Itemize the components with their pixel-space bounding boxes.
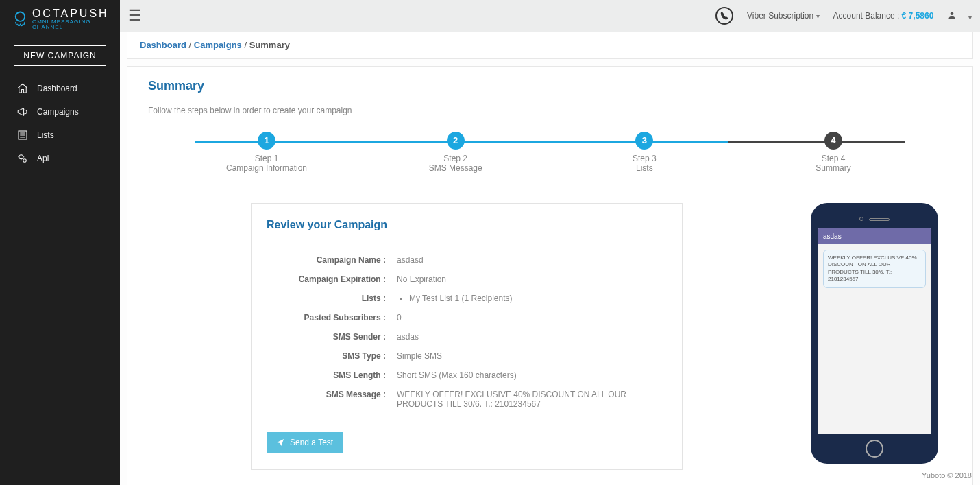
sidebar-item-dashboard[interactable]: Dashboard — [0, 77, 120, 100]
phone-sender: asdas — [818, 228, 931, 244]
sidebar-item-api[interactable]: Api — [0, 147, 120, 170]
row-pasted: Pasted Subscribers : 0 — [267, 313, 667, 322]
svg-point-2 — [19, 155, 23, 159]
balance-value: € 7,5860 — [902, 11, 934, 21]
summary-panel: Summary Follow the steps below in order … — [127, 66, 973, 485]
user-icon — [947, 10, 957, 20]
breadcrumb-dashboard[interactable]: Dashboard — [140, 40, 186, 50]
octapush-icon — [12, 9, 28, 29]
content: Dashboard / Campaigns / Summary Summary … — [120, 32, 980, 485]
footer-copyright: Yuboto © 2018 — [922, 471, 972, 480]
viber-subscription-dropdown[interactable]: Viber Subscription ▾ — [747, 11, 820, 21]
row-message: SMS Message : WEEKLY OFFER! EXCLUSIVE 40… — [267, 390, 667, 409]
review-card: Review your Campaign Campaign Name : asd… — [251, 203, 683, 470]
chevron-down-icon: ▾ — [816, 12, 820, 20]
home-icon — [16, 82, 29, 95]
phone-message: WEEKLY OFFER! EXCLUSIVE 40% DISCOUNT ON … — [823, 250, 926, 288]
svg-point-3 — [23, 159, 27, 163]
sidebar-item-label: Dashboard — [37, 84, 77, 93]
brand-tagline: OMNI MESSAGING CHANNEL — [32, 19, 113, 30]
sidebar-item-label: Campaigns — [37, 107, 79, 117]
svg-point-0 — [16, 12, 25, 21]
step-3[interactable]: 3 Step 3 Lists — [550, 132, 739, 173]
row-campaign-name: Campaign Name : asdasd — [267, 255, 667, 265]
breadcrumb-campaigns[interactable]: Campaigns — [194, 40, 242, 50]
viber-label: Viber Subscription — [747, 11, 813, 21]
row-length: SMS Length : Short SMS (Max 160 characte… — [267, 370, 667, 380]
row-lists: Lists : My Test List 1 (1 Recipients) — [267, 294, 667, 303]
breadcrumb: Dashboard / Campaigns / Summary — [127, 32, 973, 59]
gears-icon — [16, 152, 29, 165]
phone-screen: asdas WEEKLY OFFER! EXCLUSIVE 40% DISCOU… — [818, 228, 931, 434]
breadcrumb-current: Summary — [249, 40, 290, 50]
list-icon — [16, 129, 29, 141]
topbar: ☰ Viber Subscription ▾ Account Balance :… — [120, 0, 980, 32]
page-subtitle: Follow the steps below in order to creat… — [148, 106, 952, 115]
step-2[interactable]: 2 Step 2 SMS Message — [361, 132, 550, 173]
step-wizard: 1 Step 1 Campaign Information 2 Step 2 S… — [172, 132, 928, 173]
svg-point-4 — [951, 12, 954, 15]
menu-toggle-icon[interactable]: ☰ — [128, 7, 142, 25]
page-title: Summary — [148, 79, 952, 93]
account-balance: Account Balance : € 7,5860 — [833, 11, 934, 21]
review-title: Review your Campaign — [267, 219, 667, 241]
row-sender: SMS Sender : asdas — [267, 332, 667, 342]
sidebar-item-lists[interactable]: Lists — [0, 123, 120, 147]
phone-home-button — [866, 440, 883, 458]
sidebar-item-label: Lists — [37, 130, 54, 140]
paper-plane-icon — [276, 438, 284, 447]
user-menu[interactable]: ▾ — [947, 10, 972, 22]
row-expiration: Campaign Expiration : No Expiration — [267, 274, 667, 284]
row-type: SMS Type : Simple SMS — [267, 351, 667, 361]
phone-preview: asdas WEEKLY OFFER! EXCLUSIVE 40% DISCOU… — [811, 203, 938, 464]
new-campaign-button[interactable]: NEW CAMPAIGN — [14, 45, 106, 66]
phone-top — [818, 210, 931, 228]
send-test-button[interactable]: Send a Test — [267, 432, 343, 453]
sidebar-item-label: Api — [37, 154, 49, 163]
brand-logo[interactable]: OCTAPUSH OMNI MESSAGING CHANNEL — [0, 0, 120, 34]
viber-icon[interactable] — [715, 7, 733, 25]
brand-name: OCTAPUSH — [32, 8, 113, 19]
chevron-down-icon: ▾ — [968, 14, 972, 21]
step-4[interactable]: 4 Step 4 Summary — [739, 132, 928, 173]
step-1[interactable]: 1 Step 1 Campaign Information — [172, 132, 361, 173]
sidebar-nav: Dashboard Campaigns Lists Api — [0, 77, 120, 170]
megaphone-icon — [16, 106, 29, 118]
sidebar: OCTAPUSH OMNI MESSAGING CHANNEL NEW CAMP… — [0, 0, 120, 485]
sidebar-item-campaigns[interactable]: Campaigns — [0, 100, 120, 123]
